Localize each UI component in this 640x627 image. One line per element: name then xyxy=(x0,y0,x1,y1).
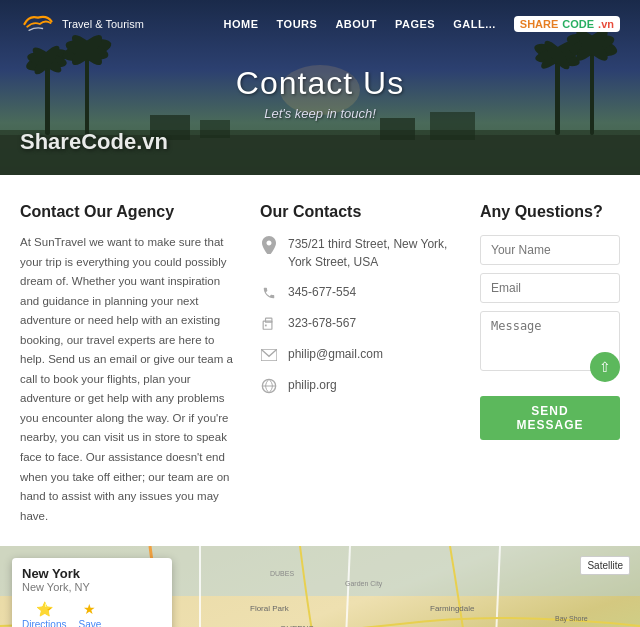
main-content: Contact Our Agency At SunTravel we want … xyxy=(0,175,640,546)
fax-text: 323-678-567 xyxy=(288,314,356,332)
website-text: philip.org xyxy=(288,376,337,394)
map-section: QUEENS BROOKLYN Hempstead Levittown Vall… xyxy=(0,546,640,627)
our-contacts-col: Our Contacts 735/21 third Street, New Yo… xyxy=(260,203,460,526)
contact-phone1: 345-677-554 xyxy=(260,283,460,302)
contact-fax: 323-678-567 xyxy=(260,314,460,333)
svg-rect-26 xyxy=(380,118,415,140)
logo-icon xyxy=(20,10,56,38)
contact-website: philip.org xyxy=(260,376,460,395)
logo: Travel & Tourism xyxy=(20,10,144,38)
email-icon xyxy=(260,346,278,364)
name-input[interactable] xyxy=(480,235,620,265)
nav-about[interactable]: ABOUT xyxy=(335,18,377,30)
navbar: Travel & Tourism HOME TOURS ABOUT PAGES … xyxy=(0,0,640,48)
contact-agency-heading: Contact Our Agency xyxy=(20,203,240,221)
svg-rect-25 xyxy=(200,120,230,138)
svg-text:Farmingdale: Farmingdale xyxy=(430,604,475,613)
contact-agency-col: Contact Our Agency At SunTravel we want … xyxy=(20,203,240,526)
send-message-button[interactable]: SEND MESSAGE xyxy=(480,396,620,440)
directions-label: Directions xyxy=(22,619,66,627)
nav-home[interactable]: HOME xyxy=(224,18,259,30)
nav-gallery[interactable]: GALL... xyxy=(453,18,496,30)
svg-text:DUBES: DUBES xyxy=(270,570,294,577)
svg-rect-8 xyxy=(85,50,89,135)
globe-icon xyxy=(260,377,278,395)
hero-title: Contact Us xyxy=(236,65,404,102)
location-icon xyxy=(260,236,278,254)
map-city-sub: New York, NY xyxy=(22,581,162,593)
phone-icon xyxy=(260,284,278,302)
directions-icon: ⭐ xyxy=(36,601,53,617)
map-info-box: New York New York, NY ⭐ Directions ★ Sav… xyxy=(12,558,172,627)
address-text: 735/21 third Street, New York, York Stre… xyxy=(288,235,460,271)
svg-rect-3 xyxy=(45,60,50,135)
nav-pages[interactable]: PAGES xyxy=(395,18,435,30)
svg-text:Bay Shore: Bay Shore xyxy=(555,615,588,623)
svg-text:Floral Park: Floral Park xyxy=(250,604,290,613)
svg-rect-18 xyxy=(590,45,594,135)
watermark: ShareCode.vn xyxy=(20,129,168,155)
email-text: philip@gmail.com xyxy=(288,345,383,363)
map-city-name: New York xyxy=(22,566,162,581)
fax-icon xyxy=(260,315,278,333)
any-questions-heading: Any Questions? xyxy=(480,203,620,221)
svg-rect-30 xyxy=(265,325,267,327)
svg-text:Garden City: Garden City xyxy=(345,580,383,588)
any-questions-col: Any Questions? ⇧ SEND MESSAGE xyxy=(480,203,620,526)
save-icon: ★ xyxy=(83,601,96,617)
contact-email: philip@gmail.com xyxy=(260,345,460,364)
nav-tours[interactable]: TOURS xyxy=(277,18,318,30)
satellite-button[interactable]: Satellite xyxy=(580,556,630,575)
email-input[interactable] xyxy=(480,273,620,303)
save-button[interactable]: ★ Save xyxy=(78,601,101,627)
save-label: Save xyxy=(78,619,101,627)
phone1-text: 345-677-554 xyxy=(288,283,356,301)
svg-rect-27 xyxy=(430,112,475,140)
directions-button[interactable]: ⭐ Directions xyxy=(22,601,66,627)
contact-address: 735/21 third Street, New York, York Stre… xyxy=(260,235,460,271)
hero-subtitle: Let's keep in touch! xyxy=(236,106,404,121)
svg-rect-13 xyxy=(555,55,560,135)
sharecode-badge: SHARECODE.vn xyxy=(514,16,620,32)
scroll-top-button[interactable]: ⇧ xyxy=(590,352,620,382)
our-contacts-heading: Our Contacts xyxy=(260,203,460,221)
contact-agency-body: At SunTravel we want to make sure that y… xyxy=(20,233,240,526)
logo-text: Travel & Tourism xyxy=(62,18,144,30)
